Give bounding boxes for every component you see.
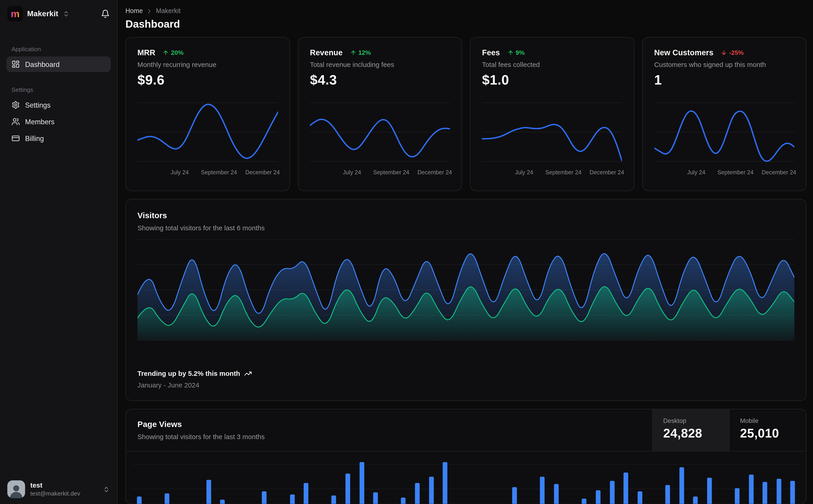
badge-value: 20% [171, 49, 183, 56]
sparkline-chart [482, 99, 622, 166]
bar-slot [132, 452, 146, 504]
stat-cards-row: MRR 20% Monthly recurring revenue $9.6 J… [125, 37, 806, 191]
bar-slot [702, 452, 716, 504]
bar [373, 492, 378, 504]
toggle-desktop[interactable]: Desktop 24,828 [652, 409, 729, 451]
bell-icon[interactable] [101, 9, 110, 18]
sparkline-chart [654, 99, 794, 166]
sidebar-item-settings[interactable]: Settings [6, 97, 111, 113]
page-views-header: Page Views Showing total visitors for th… [126, 409, 806, 452]
x-tick: July 24 [170, 169, 189, 175]
toggle-value: 25,010 [740, 426, 795, 441]
toggle-label: Desktop [663, 417, 719, 424]
credit-card-icon [11, 134, 20, 143]
bar-slot [522, 452, 535, 504]
trend-text: Trending up by 5.2% this month [137, 370, 240, 377]
visitors-area-chart [137, 239, 794, 340]
badge-value: 12% [358, 49, 371, 56]
bar-slot [577, 452, 591, 504]
bar [749, 475, 754, 504]
page-views-header-text: Page Views Showing total visitors for th… [126, 409, 652, 451]
bar [735, 488, 740, 504]
page-title: Dashboard [125, 18, 806, 30]
bar-slot [452, 452, 466, 504]
app-window: m Makerkit Application Dashboard Setting… [0, 0, 813, 504]
x-tick: September 24 [717, 169, 754, 175]
trend-badge: -25% [721, 49, 744, 56]
user-email: test@makerkit.dev [30, 490, 80, 497]
bar [290, 494, 295, 504]
bar-slot [772, 452, 786, 504]
stat-title: MRR [137, 48, 155, 57]
bar [763, 482, 768, 504]
bar [582, 499, 586, 504]
brand-name: Makerkit [27, 9, 58, 18]
bar-slot [257, 452, 271, 504]
visitors-subtitle: Showing total visitors for the last 6 mo… [137, 224, 794, 232]
x-axis-labels: July 24 September 24 December 24 [137, 169, 278, 176]
bar-slot [160, 452, 174, 504]
bar-slot [424, 452, 438, 504]
sidebar-item-billing[interactable]: Billing [6, 130, 111, 146]
trend-badge: 20% [162, 49, 183, 56]
bar [359, 462, 364, 504]
sparkline-svg [137, 99, 278, 166]
bar [638, 491, 642, 504]
bar-slot [244, 452, 258, 504]
bar [610, 481, 615, 504]
bar [401, 498, 406, 504]
stat-subtitle: Monthly recurring revenue [137, 61, 278, 68]
sidebar-item-members[interactable]: Members [6, 114, 111, 130]
team-selector[interactable]: m Makerkit [0, 0, 117, 27]
x-tick: December 24 [589, 169, 624, 175]
bar-slot [327, 452, 341, 504]
user-menu-button[interactable]: test test@makerkit.dev [0, 474, 117, 504]
bar [304, 483, 309, 504]
bar [707, 478, 712, 504]
stat-card-new-customers: New Customers -25% Customers who signed … [642, 37, 806, 191]
toggle-mobile[interactable]: Mobile 25,010 [729, 409, 806, 451]
arrow-up-icon [507, 49, 513, 56]
x-axis-labels: July 24 September 24 December 24 [310, 169, 450, 176]
bar-slot [202, 452, 216, 504]
breadcrumb: Home Makerkit [125, 7, 806, 15]
bar-slot [480, 452, 494, 504]
bar-slot [146, 452, 160, 504]
sidebar-item-dashboard[interactable]: Dashboard [6, 56, 111, 72]
x-tick: December 24 [246, 169, 280, 175]
toggle-label: Mobile [740, 417, 795, 424]
trend-badge: 9% [507, 49, 525, 56]
makerkit-logo: m [7, 6, 23, 21]
bar [777, 479, 781, 504]
stat-value: $1.0 [482, 72, 622, 88]
main-content: Home Makerkit Dashboard MRR 20% Monthly … [117, 0, 813, 504]
bar-slot [508, 452, 522, 504]
bar [429, 477, 434, 504]
bar [693, 496, 698, 504]
chevrons-up-down-icon [103, 486, 110, 493]
bar-slot [341, 452, 355, 504]
bar [596, 490, 600, 504]
x-axis-labels: July 24 September 24 December 24 [482, 169, 622, 176]
visitors-trend: Trending up by 5.2% this month [137, 370, 794, 377]
x-tick: December 24 [762, 169, 796, 175]
breadcrumb-home[interactable]: Home [125, 7, 143, 15]
bar-slot [549, 452, 563, 504]
bar [137, 496, 141, 504]
bar [554, 484, 559, 504]
nav-section-label-application: Application [6, 46, 111, 52]
stat-value: $9.6 [137, 72, 278, 88]
stat-value: $4.3 [310, 72, 450, 88]
page-views-subtitle: Showing total visitors for the last 3 mo… [137, 433, 641, 441]
x-tick: September 24 [545, 169, 581, 175]
stat-card-fees: Fees 9% Total fees collected $1.0 July 2… [470, 37, 634, 191]
bar [206, 480, 211, 504]
bar-slot [758, 452, 772, 504]
bar [679, 467, 684, 504]
bar-slot [730, 452, 744, 504]
bar-slot [563, 452, 577, 504]
bar-slot [716, 452, 730, 504]
bar [512, 487, 517, 504]
sparkline-chart [137, 99, 278, 166]
bar [345, 474, 350, 504]
